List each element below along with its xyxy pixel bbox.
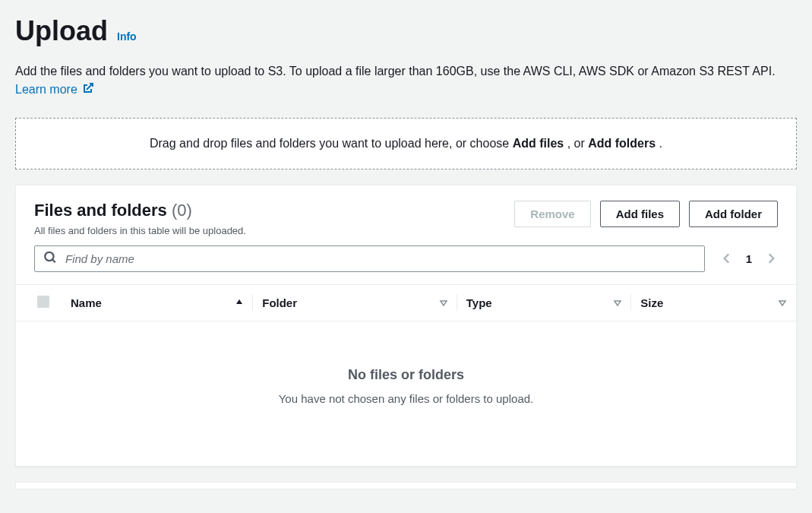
page-description: Add the files and folders you want to up… xyxy=(15,62,797,100)
svg-point-0 xyxy=(45,252,53,261)
next-panel-stub xyxy=(15,482,797,489)
panel-subheading: All files and folders in this table will… xyxy=(34,225,246,236)
select-all-header[interactable] xyxy=(16,284,62,321)
search-icon xyxy=(43,251,57,267)
dropzone-text-after: . xyxy=(659,137,662,150)
add-folder-button[interactable]: Add folder xyxy=(689,201,778,227)
column-type-header[interactable]: Type xyxy=(457,284,631,321)
files-table: Name Folder Ty xyxy=(16,284,796,466)
dropzone-text-mid: , or xyxy=(567,137,589,150)
column-size-header[interactable]: Size xyxy=(631,284,796,321)
description-text: Add the files and folders you want to up… xyxy=(15,65,776,78)
sort-icon xyxy=(613,296,622,309)
external-link-icon xyxy=(82,81,94,100)
add-files-button[interactable]: Add files xyxy=(600,201,680,227)
empty-subtitle: You have not chosen any files or folders… xyxy=(31,392,781,405)
sort-icon xyxy=(778,296,787,309)
learn-more-label: Learn more xyxy=(15,83,77,96)
dropzone-add-files: Add files xyxy=(513,137,564,150)
sort-icon xyxy=(439,296,448,309)
page-next-button[interactable] xyxy=(764,252,778,265)
page-number: 1 xyxy=(746,252,752,265)
learn-more-link[interactable]: Learn more xyxy=(15,83,94,96)
dropzone-text-before: Drag and drop files and folders you want… xyxy=(150,137,513,150)
page-title: Upload xyxy=(15,15,108,47)
sort-asc-icon xyxy=(235,296,244,309)
panel-heading-text: Files and folders xyxy=(34,201,167,220)
column-folder-label: Folder xyxy=(262,296,297,309)
column-size-label: Size xyxy=(640,296,663,309)
empty-title: No files or folders xyxy=(31,367,781,383)
info-link[interactable]: Info xyxy=(117,30,137,43)
search-input[interactable] xyxy=(34,245,705,272)
column-name-label: Name xyxy=(71,296,102,309)
page-prev-button[interactable] xyxy=(720,252,734,265)
column-folder-header[interactable]: Folder xyxy=(253,284,457,321)
column-name-header[interactable]: Name xyxy=(62,284,253,321)
select-all-checkbox[interactable] xyxy=(37,296,49,308)
dropzone[interactable]: Drag and drop files and folders you want… xyxy=(15,118,797,169)
dropzone-add-folders: Add folders xyxy=(588,137,656,150)
remove-button: Remove xyxy=(514,201,590,227)
pagination: 1 xyxy=(720,252,778,265)
files-folders-panel: Files and folders (0) All files and fold… xyxy=(15,185,797,467)
column-type-label: Type xyxy=(466,296,492,309)
panel-count: (0) xyxy=(172,201,192,220)
panel-heading: Files and folders (0) xyxy=(34,201,246,220)
empty-state: No files or folders You have not chosen … xyxy=(16,321,796,466)
